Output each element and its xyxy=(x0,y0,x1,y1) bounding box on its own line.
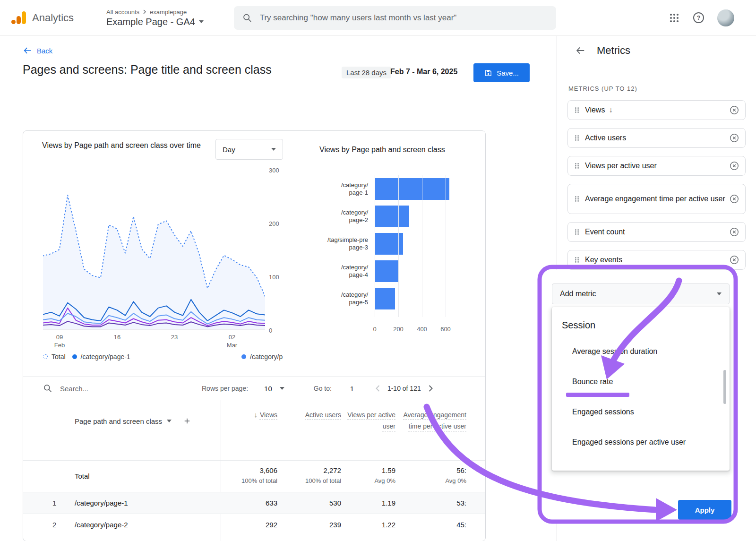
sort-descending-icon: ↓ xyxy=(609,105,613,115)
x-tick: 02 Mar xyxy=(227,333,237,349)
dropdown-option-engaged-sessions-per-user[interactable]: Engaged sessions per active user xyxy=(552,427,730,457)
bar-chart: /category/ page-1/category/ page-2/tag/s… xyxy=(317,175,464,345)
drag-handle-icon[interactable] xyxy=(574,193,580,205)
add-metric-overlay: Add metric Session Average session durat… xyxy=(541,270,734,522)
dropdown-option-engaged-sessions[interactable]: Engaged sessions xyxy=(552,397,730,427)
chevron-left-icon[interactable] xyxy=(372,383,384,394)
column-header-active-users[interactable]: Active users xyxy=(277,409,341,421)
granularity-select[interactable]: Day xyxy=(215,139,283,160)
drag-handle-icon[interactable] xyxy=(574,104,580,116)
avatar[interactable] xyxy=(717,9,734,26)
bar[interactable] xyxy=(375,206,409,227)
sort-descending-icon: ↓ xyxy=(254,411,258,419)
drag-handle-icon[interactable] xyxy=(574,254,580,266)
bar-axis-tick: 0 xyxy=(373,326,376,333)
back-arrow-icon[interactable] xyxy=(575,45,585,56)
y-tick: 100 xyxy=(269,274,279,281)
scrollbar[interactable] xyxy=(723,370,726,404)
date-range-chip[interactable]: Last 28 days xyxy=(342,67,391,78)
goto-page-input[interactable] xyxy=(345,385,359,393)
drag-handle-icon[interactable] xyxy=(574,160,580,172)
bar-category-label: /category/ page-1 xyxy=(317,181,368,197)
remove-icon[interactable] xyxy=(729,227,739,237)
breadcrumb-chevron-icon xyxy=(142,9,147,14)
bar-gridline xyxy=(446,175,446,317)
bar-chart-title: Views by Page path and screen class xyxy=(319,146,475,154)
bar-category-label: /category/ page-4 xyxy=(317,264,368,279)
add-metric-select[interactable]: Add metric xyxy=(552,283,730,304)
search-input[interactable] xyxy=(260,13,548,23)
bar-row: /category/ page-2 xyxy=(317,203,464,230)
bar[interactable] xyxy=(375,288,395,309)
save-button[interactable]: Save... xyxy=(473,63,530,82)
goto-label: Go to: xyxy=(314,385,332,392)
metric-chip-views[interactable]: Views ↓ xyxy=(567,100,746,120)
app-header: Analytics All accounts examplepage Examp… xyxy=(0,0,756,36)
dropdown-option-avg-session-duration[interactable]: Average session duration xyxy=(552,336,730,367)
drag-handle-icon[interactable] xyxy=(574,132,580,144)
bar-axis-tick: 200 xyxy=(393,326,404,333)
metric-chip-avg-engagement[interactable]: Average engagement time per active user xyxy=(567,184,746,214)
chevron-right-icon[interactable] xyxy=(425,383,436,394)
plus-icon xyxy=(183,417,191,425)
column-header-views-per-active-user[interactable]: Views per active user xyxy=(341,409,395,432)
bar[interactable] xyxy=(375,260,399,282)
metric-chip-key-events[interactable]: Key events xyxy=(567,250,746,270)
x-tick: 16 xyxy=(114,333,120,341)
global-search[interactable] xyxy=(234,6,556,30)
bar-gridline xyxy=(398,175,399,317)
metric-chip-active-users[interactable]: Active users xyxy=(567,128,746,148)
remove-icon[interactable] xyxy=(729,133,739,143)
drag-handle-icon[interactable] xyxy=(574,226,580,238)
table-search[interactable] xyxy=(43,384,171,393)
metric-chip-views-per-active-user[interactable]: Views per active user xyxy=(567,156,746,176)
bar-row: /category/ page-4 xyxy=(317,258,464,285)
legend-item-page-2[interactable]: /category/p xyxy=(241,353,287,361)
dropdown-group-session: Session xyxy=(552,314,730,336)
breadcrumb-account[interactable]: All accounts xyxy=(106,9,139,16)
pagination: 1-10 of 121 xyxy=(372,383,436,394)
dropdown-option-bounce-rate[interactable]: Bounce rate xyxy=(552,367,730,397)
rows-per-page-select[interactable]: 10 xyxy=(264,385,284,393)
bar-category-label: /category/ page-5 xyxy=(317,291,368,306)
bar-gridline xyxy=(422,175,422,317)
legend-item-total[interactable]: Total xyxy=(43,353,66,361)
bar-row: /category/ page-1 xyxy=(317,175,464,203)
breadcrumb: All accounts examplepage xyxy=(106,9,204,16)
search-icon xyxy=(43,384,52,393)
bar[interactable] xyxy=(375,233,403,255)
breadcrumb-property[interactable]: examplepage xyxy=(150,9,187,16)
property-selector[interactable]: Example Page - GA4 xyxy=(106,17,204,27)
bar[interactable] xyxy=(375,178,449,200)
back-arrow-icon xyxy=(23,46,32,55)
back-button[interactable]: Back xyxy=(23,46,52,55)
column-header-views[interactable]: ↓Views xyxy=(221,409,277,421)
table-controls: Rows per page: 10 Go to: 1-10 of 121 xyxy=(23,377,485,400)
remove-icon[interactable] xyxy=(729,105,739,115)
chart-legend: Total /category/page-1 /category/p xyxy=(43,353,130,361)
apps-grid-icon[interactable] xyxy=(669,12,680,24)
column-header-avg-engagement[interactable]: Average engagement time per active user xyxy=(395,409,466,432)
y-tick: 0 xyxy=(269,327,272,334)
metrics-section-label: METRICS (UP TO 12) xyxy=(568,85,756,92)
app-name: Analytics xyxy=(32,12,74,24)
apply-button[interactable]: Apply xyxy=(678,500,731,520)
total-label: Total xyxy=(75,472,90,480)
chevron-down-icon xyxy=(271,148,276,151)
legend-swatch-icon xyxy=(241,354,246,359)
remove-icon[interactable] xyxy=(729,161,739,171)
chevron-down-icon xyxy=(199,20,204,23)
table-search-input[interactable] xyxy=(60,385,155,393)
line-chart xyxy=(43,170,265,331)
date-range-value[interactable]: Feb 7 - Mar 6, 2025 xyxy=(390,68,457,76)
metric-chip-event-count[interactable]: Event count xyxy=(567,222,746,242)
remove-icon[interactable] xyxy=(729,194,739,204)
dimension-header[interactable]: Page path and screen class xyxy=(75,417,191,425)
remove-icon[interactable] xyxy=(729,255,739,265)
table-row: 2 /category/page-2 292 239 1.22 45: xyxy=(23,514,485,535)
help-icon[interactable] xyxy=(693,12,704,23)
bar-row: /category/ page-5 xyxy=(317,285,464,312)
legend-item-page-1[interactable]: /category/page-1 xyxy=(72,353,130,361)
add-dimension-button[interactable] xyxy=(183,417,191,425)
rows-per-page-label: Rows per page: xyxy=(202,385,248,392)
